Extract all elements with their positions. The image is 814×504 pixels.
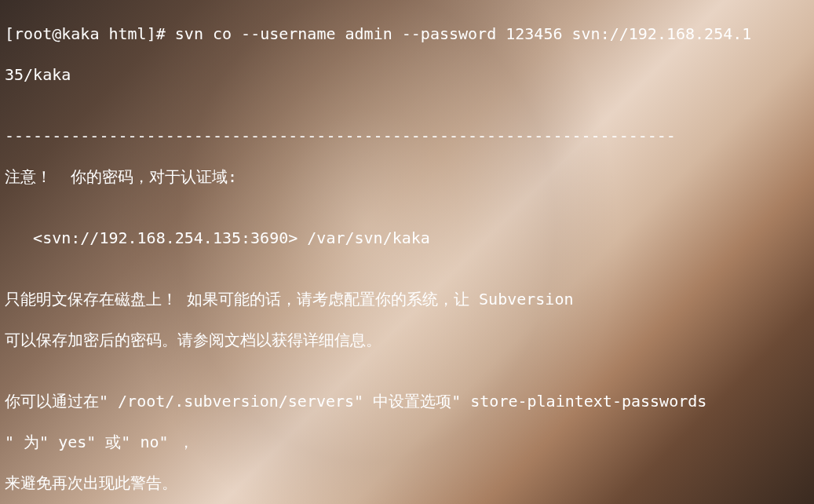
cmd-svn-wrap: 35/kaka <box>5 64 809 85</box>
prompt-user: root <box>14 24 52 43</box>
prompt-line-1: [root@kaka html]# svn co --username admi… <box>5 24 809 44</box>
prompt-path: html <box>108 24 146 43</box>
warn-5: 来避免再次出现此警告。 <box>5 473 809 493</box>
warn-4: " 为" yes" 或" no" ， <box>5 432 809 452</box>
prompt-open: [ <box>5 24 14 43</box>
warn-header: 注意！ 你的密码，对于认证域: <box>5 166 809 187</box>
warn-3: 你可以通过在" /root/.subversion/servers" 中设置选项… <box>5 391 809 411</box>
prompt-close: ]# <box>147 24 166 43</box>
realm-line: <svn://192.168.254.135:3690> /var/svn/ka… <box>5 228 809 248</box>
warn-1: 只能明文保存在磁盘上！ 如果可能的话，请考虑配置你的系统，让 Subversio… <box>5 289 809 309</box>
cmd-svn: svn co --username admin --password 12345… <box>175 24 752 43</box>
warn-2: 可以保存加密后的密码。请参阅文档以获得详细信息。 <box>5 330 809 350</box>
terminal-output[interactable]: [root@kaka html]# svn co --username admi… <box>5 3 809 504</box>
prompt-host: kaka <box>61 24 99 43</box>
dashes-1: ----------------------------------------… <box>5 126 809 146</box>
prompt-at: @ <box>52 24 61 43</box>
